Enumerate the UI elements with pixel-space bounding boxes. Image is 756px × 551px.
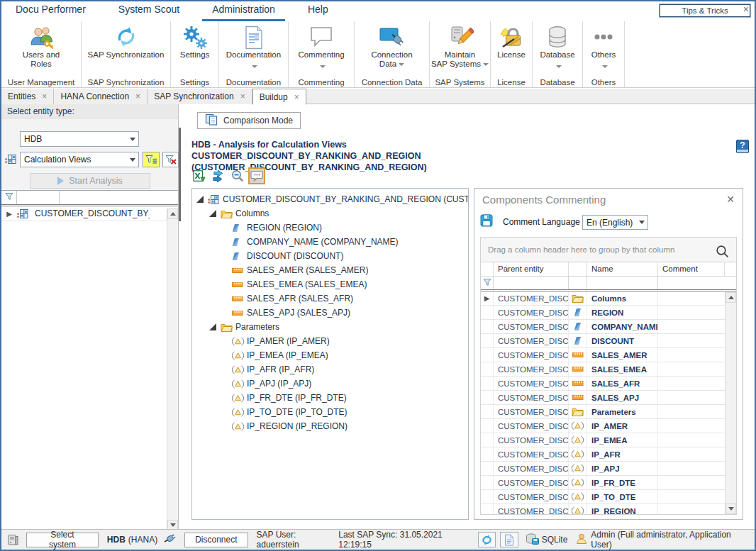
tree-item-company-name-company-name[interactable]: COMPANY_NAME (COMPANY_NAME) xyxy=(192,235,468,249)
ribbon-button-database[interactable]: Database xyxy=(533,23,582,71)
tree-item-sales-afr-sales-afr[interactable]: SALES_AFR (SALES_AFR) xyxy=(192,291,468,306)
filter-button[interactable] xyxy=(143,152,160,167)
menu-item-docu-performer[interactable]: Docu Performer xyxy=(6,1,96,21)
scroll-up-icon[interactable] xyxy=(726,292,736,303)
ribbon-button-maintain-sap-systems[interactable]: MaintainSAP Systems xyxy=(430,23,490,69)
scroll-down-icon[interactable] xyxy=(726,503,736,514)
tree-folder-columns[interactable]: Columns xyxy=(192,206,468,221)
grid-filter-row[interactable] xyxy=(1,191,178,206)
ribbon-button-others[interactable]: Others xyxy=(583,23,624,71)
filter-funnel-icon[interactable] xyxy=(1,191,17,204)
table-scrollbar[interactable] xyxy=(725,292,736,514)
tree-item-ip-apj-ip-apj[interactable]: IP_APJ (IP_APJ) xyxy=(192,377,468,391)
menu-item-system-scout[interactable]: System Scout xyxy=(109,1,189,21)
table-row-ip-emea[interactable]: CUSTOMER_DISC...IP_EMEA xyxy=(481,433,736,447)
disconnect-button[interactable]: Disconnect xyxy=(184,533,248,547)
table-row-ip-fr-dte[interactable]: CUSTOMER_DISC...IP_FR_DTE xyxy=(481,476,736,490)
tree-item-region-region[interactable]: REGION (REGION) xyxy=(192,221,468,235)
commenting-toggle-button[interactable] xyxy=(248,167,265,184)
table-row-ip-to-dte[interactable]: CUSTOMER_DISC...IP_TO_DTE xyxy=(481,490,736,504)
select-system-button[interactable]: Select system xyxy=(26,533,99,547)
ribbon-button-settings[interactable]: Settings xyxy=(171,23,218,60)
table-row-sales-amer[interactable]: CUSTOMER_DISC...SALES_AMER xyxy=(481,348,736,362)
refresh-sync-button[interactable] xyxy=(478,532,496,547)
table-row-ip-amer[interactable]: CUSTOMER_DISC...IP_AMER xyxy=(481,419,736,433)
group-by-bar[interactable]: Drag a column header here to group by th… xyxy=(480,237,737,262)
table-row-parameters[interactable]: CUSTOMER_DISC...Parameters xyxy=(481,405,736,419)
ribbon-button-connection-data[interactable]: ConnectionData xyxy=(355,23,429,69)
close-icon[interactable]: × xyxy=(294,93,299,101)
tree-root[interactable]: CUSTOMER_DISCOUNT_BY_RANKING_AND_REGION … xyxy=(192,192,468,206)
column-header-name[interactable]: Name xyxy=(587,262,658,276)
expanded-icon[interactable] xyxy=(209,323,216,330)
ribbon-button-commenting[interactable]: Commenting xyxy=(289,23,354,71)
sync-log-button[interactable] xyxy=(500,532,518,547)
tree-item-ip-afr-ip-afr[interactable]: IP_AFR (IP_AFR) xyxy=(192,362,468,377)
excel-export-button[interactable] xyxy=(191,167,208,184)
close-icon[interactable]: × xyxy=(240,92,245,101)
table-row-columns[interactable]: ▶CUSTOMER_DISC...Columns xyxy=(481,291,736,306)
tabbar-close-icon[interactable]: × xyxy=(743,4,749,15)
table-row-sales-afr[interactable]: CUSTOMER_DISC...SALES_AFR xyxy=(481,377,736,391)
documentation-icon xyxy=(219,23,288,49)
tree-item-ip-amer-ip-amer[interactable]: IP_AMER (IP_AMER) xyxy=(192,334,468,348)
menu-item-administration[interactable]: Administration xyxy=(202,1,285,21)
tree-item-sales-apj-sales-apj[interactable]: SALES_APJ (SALES_APJ) xyxy=(192,306,468,320)
column-header-comment[interactable]: Comment xyxy=(658,262,725,276)
panel-splitter[interactable] xyxy=(179,128,181,221)
filter-funnel-icon[interactable] xyxy=(481,277,494,289)
tab-sap-synchronization[interactable]: SAP Synchronization× xyxy=(148,89,252,104)
entity-type-select[interactable]: Calculation Views xyxy=(20,152,139,167)
start-analysis-button[interactable]: Start Analysis xyxy=(30,173,150,189)
tree-folder-parameters[interactable]: Parameters xyxy=(192,320,468,334)
ribbon-button-documentation[interactable]: Documentation xyxy=(219,23,288,71)
tab-entities[interactable]: Entities× xyxy=(1,89,54,104)
export-forward-button[interactable] xyxy=(210,167,227,184)
column-header-parent-entity[interactable]: Parent entity xyxy=(494,262,569,276)
close-icon[interactable]: × xyxy=(135,92,140,101)
table-row-region[interactable]: CUSTOMER_DISC...REGION xyxy=(481,306,736,320)
entity-row[interactable]: ▶ CUSTOMER_DISCOUNT_BY_RANKING_AND_REGIO… xyxy=(1,206,178,221)
expanded-icon[interactable] xyxy=(196,196,204,203)
zoom-out-button[interactable] xyxy=(229,167,246,184)
menu-item-help[interactable]: Help xyxy=(298,1,338,21)
help-icon[interactable]: ? xyxy=(736,140,749,153)
tree-item-ip-to-dte-ip-to-dte[interactable]: IP_TO_DTE (IP_TO_DTE) xyxy=(192,405,468,419)
system-select[interactable]: HDB xyxy=(20,131,139,147)
table-filter-row[interactable] xyxy=(481,277,736,291)
tree-item-sales-emea-sales-emea[interactable]: SALES_EMEA (SALES_EMEA) xyxy=(192,277,468,291)
tips-and-tricks-button[interactable]: Tips & Tricks xyxy=(659,4,751,18)
ribbon-button-users-and-roles[interactable]: Users andRoles xyxy=(1,23,81,69)
table-row-ip-region[interactable]: CUSTOMER_DISC...IP_REGION xyxy=(481,504,736,515)
table-row-ip-afr[interactable]: CUSTOMER_DISC...IP_AFR xyxy=(481,447,736,462)
table-row-discount[interactable]: CUSTOMER_DISC...DISCOUNT xyxy=(481,334,736,348)
table-row-ip-apj[interactable]: CUSTOMER_DISC...IP_APJ xyxy=(481,462,736,476)
comment-language-select[interactable]: En (English) xyxy=(582,215,648,230)
tree-item-ip-emea-ip-emea[interactable]: IP_EMEA (IP_EMEA) xyxy=(192,348,468,362)
calculation-view-icon xyxy=(5,154,16,167)
filter-cell[interactable] xyxy=(60,191,178,204)
expanded-icon[interactable] xyxy=(209,210,216,217)
save-icon[interactable] xyxy=(480,214,493,229)
table-row-company-name[interactable]: CUSTOMER_DISC...COMPANY_NAME xyxy=(481,320,736,334)
tab-hana-connection[interactable]: HANA Connection× xyxy=(54,89,148,104)
left-grid-scrollbar[interactable] xyxy=(167,208,178,530)
tree-item-sales-amer-sales-amer[interactable]: SALES_AMER (SALES_AMER) xyxy=(192,263,468,277)
ribbon-button-license[interactable]: License xyxy=(491,23,532,60)
clear-filter-button[interactable] xyxy=(162,152,179,167)
tree-item-discount-discount[interactable]: DISCOUNT (DISCOUNT) xyxy=(192,249,468,263)
filter-cell[interactable] xyxy=(17,191,60,204)
chevron-down-icon[interactable] xyxy=(126,138,138,141)
table-row-sales-emea[interactable]: CUSTOMER_DISC...SALES_EMEA xyxy=(481,362,736,377)
ribbon-button-sap-synchronization[interactable]: SAP Synchronization xyxy=(82,23,170,60)
chevron-down-icon[interactable] xyxy=(126,158,138,162)
table-row-sales-apj[interactable]: CUSTOMER_DISC...SALES_APJ xyxy=(481,391,736,405)
scroll-up-icon[interactable] xyxy=(167,208,178,219)
tree-item-ip-fr-dte-ip-fr-dte[interactable]: IP_FR_DTE (IP_FR_DTE) xyxy=(192,391,468,405)
close-icon[interactable]: ✕ xyxy=(726,194,735,205)
comparison-mode-button[interactable]: Comparison Mode xyxy=(197,112,301,129)
tree-item-ip-region-ip-region[interactable]: IP_REGION (IP_REGION) xyxy=(192,419,468,433)
close-icon[interactable]: × xyxy=(42,92,47,101)
tab-buildup[interactable]: Buildup× xyxy=(252,89,306,105)
chevron-down-icon[interactable] xyxy=(635,221,647,224)
